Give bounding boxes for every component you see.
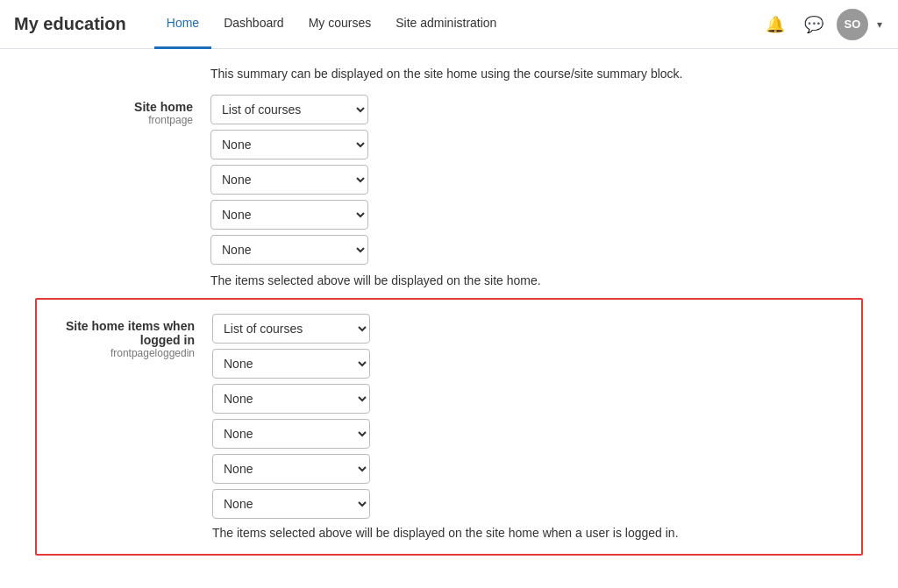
site-home-select-2[interactable]: None List of courses Enrolled courses Co… xyxy=(210,130,368,159)
page-content: This summary can be displayed on the sit… xyxy=(0,49,898,588)
nav-site-administration[interactable]: Site administration xyxy=(383,0,509,49)
nav-my-courses[interactable]: My courses xyxy=(296,0,384,49)
logged-in-select-6[interactable]: None List of courses Enrolled courses Co… xyxy=(212,489,370,519)
logged-in-label: Site home items when logged in xyxy=(37,319,195,347)
messages-button[interactable]: 💬 xyxy=(798,9,830,40)
site-home-label-group: Site home frontpage xyxy=(35,95,210,126)
logged-in-section: Site home items when logged in frontpage… xyxy=(35,298,863,556)
logged-in-select-2[interactable]: None List of courses Enrolled courses Co… xyxy=(212,349,370,379)
logged-in-sub: frontpageloggedin xyxy=(37,347,195,359)
logged-in-row: Site home items when logged in frontpage… xyxy=(37,314,847,519)
site-home-selects: List of courses None Enrolled courses Co… xyxy=(210,95,368,265)
logged-in-select-1[interactable]: List of courses None Enrolled courses Co… xyxy=(212,314,370,344)
logged-in-select-3[interactable]: None List of courses Enrolled courses Co… xyxy=(212,384,370,414)
bell-icon: 🔔 xyxy=(766,15,785,34)
site-home-row: Site home frontpage List of courses None… xyxy=(35,95,863,265)
nav-dashboard[interactable]: Dashboard xyxy=(211,0,296,49)
chat-icon: 💬 xyxy=(804,15,823,34)
logged-in-label-group: Site home items when logged in frontpage… xyxy=(37,314,212,359)
avatar-caret-button[interactable]: ▾ xyxy=(875,18,884,31)
site-home-select-5[interactable]: None List of courses Enrolled courses Co… xyxy=(210,235,368,265)
site-home-select-1[interactable]: List of courses None Enrolled courses Co… xyxy=(210,95,368,124)
nav-right: 🔔 💬 SO ▾ xyxy=(759,9,884,40)
site-home-select-4[interactable]: None List of courses Enrolled courses Co… xyxy=(210,200,368,230)
site-home-info: The items selected above will be display… xyxy=(35,273,863,287)
notifications-button[interactable]: 🔔 xyxy=(759,9,791,40)
logged-in-select-4[interactable]: None List of courses Enrolled courses Co… xyxy=(212,419,370,449)
navbar: My education Home Dashboard My courses S… xyxy=(0,0,898,49)
logged-in-select-5[interactable]: None List of courses Enrolled courses Co… xyxy=(212,454,370,484)
brand-title: My education xyxy=(14,14,126,34)
summary-note: This summary can be displayed on the sit… xyxy=(35,67,863,81)
site-home-sub: frontpage xyxy=(35,114,193,126)
site-home-label: Site home xyxy=(35,100,193,114)
logged-in-info: The items selected above will be display… xyxy=(37,526,847,540)
site-home-select-3[interactable]: None List of courses Enrolled courses Co… xyxy=(210,165,368,195)
nav-home[interactable]: Home xyxy=(154,0,211,49)
logged-in-selects: List of courses None Enrolled courses Co… xyxy=(212,314,370,519)
avatar-button[interactable]: SO xyxy=(837,9,868,40)
nav-links: Home Dashboard My courses Site administr… xyxy=(154,0,759,49)
